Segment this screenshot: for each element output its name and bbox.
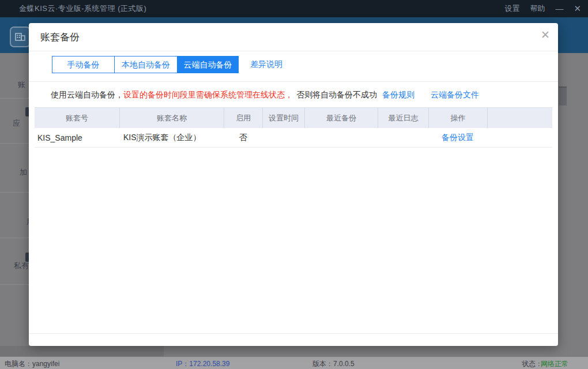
minimize-icon[interactable]: — [555,4,563,13]
tab-local-auto-backup[interactable]: 本地自动备份 [114,56,178,73]
backup-rules-link[interactable]: 备份规则 [382,90,414,100]
notice-text: 否则将自动备份不成功 [296,90,377,100]
dialog-title: 账套备份 [40,31,80,44]
computer-name: 电脑名：yangyifei [5,359,59,369]
divider [29,51,558,51]
tab-difference-notes[interactable]: 差异说明 [249,56,284,73]
divider [0,143,30,144]
window-close-icon[interactable]: ✕ [574,3,581,14]
backup-tabs: 手动备份 本地自动备份 云端自动备份 差异说明 [52,56,284,73]
divider [0,192,30,193]
window-title: 金蝶KIS云·专业版-系统管理 (正式版) [19,3,146,14]
dialog-close-icon[interactable]: ✕ [541,29,550,40]
notice-warning-text: 设置的备份时间段里需确保系统管理在线状态， [123,90,293,100]
help-menu-item[interactable]: 帮助 [530,3,545,14]
divider [0,284,30,285]
cell-recent-log [378,128,428,147]
background-label-fragment: 账 [18,80,25,90]
ip-address: IP：172.20.58.39 [176,359,229,369]
cell-account-name: KIS演示账套（企业） [119,128,224,147]
backup-settings-link[interactable]: 备份设置 [428,128,487,147]
divider [0,238,30,238]
network-status: 网络正常 [541,359,568,369]
backup-notice: 使用云端自动备份， 设置的备份时间段里需确保系统管理在线状态， 否则将自动备份不… [29,82,558,107]
cell-blank [487,128,552,147]
col-header-recent-backup: 最近备份 [304,108,378,128]
window-titlebar: 金蝶KIS云·专业版-系统管理 (正式版) 设置 帮助 — ✕ [0,0,588,17]
status-bar: 电脑名：yangyifei IP：172.20.58.39 版本：7.0.0.5… [0,356,588,369]
background-panel-edge [0,346,164,356]
version-number: 版本：7.0.0.5 [312,359,355,369]
cell-set-time [262,128,304,147]
col-header-enabled: 启用 [224,108,262,128]
notice-text: 使用云端自动备份， [51,90,123,100]
backup-table: 账套号 账套名称 启用 设置时间 最近备份 最近日志 操作 KIS_Sample… [35,107,552,148]
company-icon [10,27,31,47]
background-label-fragment: 加 [20,167,27,178]
divider [29,333,558,334]
cell-account-no: KIS_Sample [35,128,119,147]
col-header-recent-log: 最近日志 [378,108,428,128]
background-label-fragment: 应 [13,118,20,129]
cell-recent-backup [304,128,378,147]
divider [0,98,30,99]
cloud-backup-files-link[interactable]: 云端备份文件 [431,90,479,100]
col-header-action: 操作 [428,108,487,128]
background-scrollbar [559,86,567,106]
col-header-account-no: 账套号 [35,108,119,128]
table-row[interactable]: KIS_Sample KIS演示账套（企业） 否 备份设置 [35,128,552,148]
tab-cloud-auto-backup[interactable]: 云端自动备份 [177,56,239,73]
status-label: 状态： [522,359,542,369]
col-header-account-name: 账套名称 [119,108,224,128]
cell-enabled: 否 [224,128,262,147]
settings-menu-item[interactable]: 设置 [504,3,519,14]
col-header-blank [487,108,552,128]
tab-manual-backup[interactable]: 手动备份 [52,56,115,73]
background-label-fragment: 私有 [14,261,29,271]
divider [29,81,558,82]
table-header-row: 账套号 账套名称 启用 设置时间 最近备份 最近日志 操作 [35,107,552,128]
account-backup-dialog: 账套备份 ✕ 手动备份 本地自动备份 云端自动备份 差异说明 使用云端自动备份，… [29,23,558,346]
col-header-set-time: 设置时间 [262,108,304,128]
